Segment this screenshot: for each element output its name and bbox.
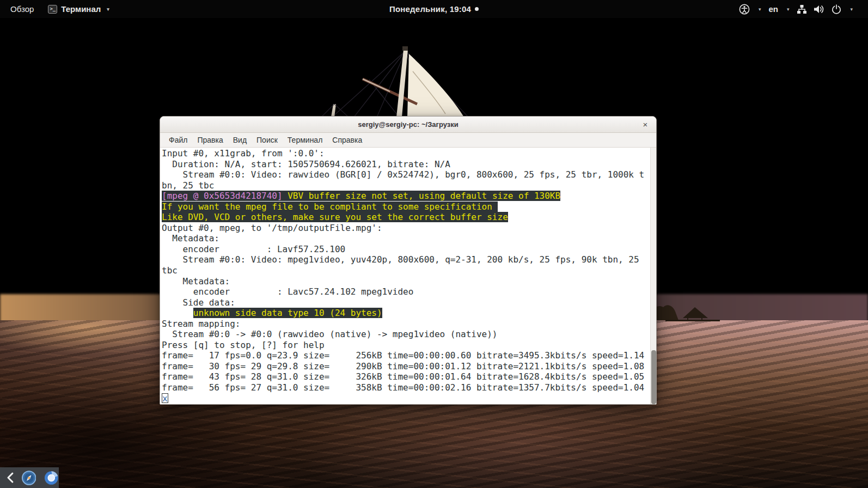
terminal-line: encoder : Lavc57.24.102 mpeg1video <box>162 286 656 297</box>
tray-collapse-chevron-icon[interactable] <box>7 472 14 483</box>
bottom-tray <box>0 467 59 488</box>
terminal-line: encoder : Lavf57.25.100 <box>162 244 656 255</box>
terminal-text-segment: Like DVD, VCD or others, make sure you s… <box>162 212 508 222</box>
terminal-text-segment: unknown side data type 10 (24 bytes) <box>193 308 382 318</box>
terminal-menubar: ФайлПравкаВидПоискТерминалСправка <box>160 133 656 148</box>
terminal-text-segment: Metadata: <box>162 233 219 243</box>
terminal-text-segment: frame= 56 fps= 27 q=31.0 size= 358kB tim… <box>162 382 644 393</box>
terminal-line: Output #0, mpeg, to '/tmp/outputFile.mpg… <box>162 223 656 234</box>
terminal-line: frame= 30 fps= 29 q=29.8 size= 290kB tim… <box>162 361 656 372</box>
chevron-down-icon: ▾ <box>850 7 853 12</box>
terminal-text-segment: Stream mapping: <box>162 319 241 329</box>
accessibility-icon <box>739 4 750 15</box>
terminal-cursor: x <box>162 393 168 403</box>
terminal-text-segment: bn, 25 tbc <box>162 180 214 191</box>
terminal-line: Metadata: <box>162 276 656 287</box>
terminal-text-segment: Stream #0:0: Video: mpeg1video, yuv420p,… <box>162 254 639 265</box>
menu-file[interactable]: Файл <box>164 134 192 146</box>
terminal-line: Press [q] to stop, [?] for help <box>162 340 656 351</box>
window-title: sergiy@sergiy-pc: ~/Загрузки <box>358 120 459 129</box>
activities-button[interactable]: Обзор <box>8 3 36 15</box>
terminal-line: Duration: N/A, start: 1505750694.626021,… <box>162 159 656 170</box>
terminal-line: Stream #0:0: Video: rawvideo (BGR[0] / 0… <box>162 169 656 180</box>
terminal-line: x <box>162 393 656 404</box>
terminal-text-segment: frame= 43 fps= 28 q=31.0 size= 326kB tim… <box>162 371 644 382</box>
terminal-line: [mpeg @ 0x5653d4218740] VBV buffer size … <box>162 191 656 202</box>
terminal-text-segment: Metadata: <box>162 276 230 286</box>
terminal-text-segment: If you want the mpeg file to be complian… <box>162 202 498 212</box>
tray-compass-app-icon[interactable] <box>22 471 36 485</box>
terminal-text-segment: tbc <box>162 265 178 276</box>
terminal-line: frame= 17 fps=0.0 q=23.9 size= 256kB tim… <box>162 350 656 361</box>
terminal-text-segment: Output #0, mpeg, to '/tmp/outputFile.mpg… <box>162 223 382 233</box>
chevron-down-icon: ▾ <box>759 7 761 12</box>
wired-network-icon <box>797 4 807 14</box>
chevron-down-icon: ▾ <box>787 7 790 12</box>
terminal-text-segment: frame= 17 fps=0.0 q=23.9 size= 256kB tim… <box>162 350 644 361</box>
menu-edit[interactable]: Правка <box>193 134 227 146</box>
terminal-line: Stream mapping: <box>162 319 656 330</box>
terminal-line: Stream #0:0 -> #0:0 (rawvideo (native) -… <box>162 329 656 340</box>
menu-search[interactable]: Поиск <box>252 134 282 146</box>
app-menu-terminal[interactable]: >_ Терминал ▾ <box>48 4 109 14</box>
terminal-app-icon: >_ <box>48 5 57 14</box>
gnome-top-bar: Обзор >_ Терминал ▾ Понедельник, 19:04 ▾ <box>0 0 868 18</box>
accessibility-menu[interactable]: ▾ <box>739 4 761 15</box>
system-status-menu[interactable]: ▾ <box>797 4 853 14</box>
scrollbar[interactable] <box>650 148 656 404</box>
wallpaper-island-silhouette <box>649 297 736 326</box>
terminal-text-segment: Duration: N/A, start: 1505750694.626021,… <box>162 159 450 169</box>
menu-terminal[interactable]: Терминал <box>283 134 327 146</box>
terminal-line: frame= 56 fps= 27 q=31.0 size= 358kB tim… <box>162 382 656 393</box>
chevron-down-icon: ▾ <box>107 7 109 12</box>
desktop: Обзор >_ Терминал ▾ Понедельник, 19:04 ▾ <box>0 0 868 488</box>
terminal-line: Input #0, x11grab, from ':0.0': <box>162 148 656 159</box>
menu-view[interactable]: Вид <box>229 134 251 146</box>
wallpaper-sailboat <box>320 18 527 117</box>
terminal-line: frame= 43 fps= 28 q=31.0 size= 326kB tim… <box>162 371 656 382</box>
terminal-text-segment: [mpeg @ 0x5653d4218740] <box>162 191 283 201</box>
terminal-line: tbc <box>162 265 656 276</box>
clock-button[interactable]: Понедельник, 19:04 <box>389 4 471 14</box>
terminal-line: Stream #0:0: Video: mpeg1video, yuv420p,… <box>162 254 656 265</box>
terminal-line: Side data: <box>162 297 656 308</box>
terminal-text-segment: Input #0, x11grab, from ':0.0': <box>162 148 325 158</box>
terminal-line: bn, 25 tbc <box>162 180 656 191</box>
terminal-text-segment <box>162 308 193 318</box>
terminal-text-segment: encoder : Lavf57.25.100 <box>162 244 345 254</box>
scrollbar-thumb[interactable] <box>651 350 656 404</box>
terminal-line: If you want the mpeg file to be complian… <box>162 202 656 212</box>
terminal-text-segment: encoder : Lavc57.24.102 mpeg1video <box>162 286 413 297</box>
terminal-text-segment: Press [q] to stop, [?] for help <box>162 340 325 350</box>
terminal-window: sergiy@sergiy-pc: ~/Загрузки × ФайлПравк… <box>160 116 657 405</box>
tray-browser-app-icon[interactable] <box>44 471 59 485</box>
terminal-text-segment: frame= 30 fps= 29 q=29.8 size= 290kB tim… <box>162 361 644 371</box>
terminal-line: Metadata: <box>162 233 656 244</box>
terminal-text-segment: Stream #0:0: Video: rawvideo (BGR[0] / 0… <box>162 169 644 180</box>
window-titlebar[interactable]: sergiy@sergiy-pc: ~/Загрузки × <box>160 117 656 133</box>
terminal-line: unknown side data type 10 (24 bytes) <box>162 308 656 319</box>
power-icon <box>832 4 841 14</box>
terminal-content[interactable]: Input #0, x11grab, from ':0.0': Duration… <box>160 148 656 404</box>
terminal-text-segment: Side data: <box>162 297 235 308</box>
terminal-line: Like DVD, VCD or others, make sure you s… <box>162 212 656 223</box>
close-button[interactable]: × <box>639 119 651 131</box>
keyboard-layout-menu[interactable]: en ▾ <box>768 4 789 14</box>
notification-dot-icon <box>475 7 479 11</box>
menu-help[interactable]: Справка <box>328 134 366 146</box>
terminal-text-segment: VBV buffer size not set, using default s… <box>283 191 561 201</box>
keyboard-layout-label: en <box>768 4 778 14</box>
app-menu-label: Терминал <box>61 4 101 14</box>
terminal-text-segment: Stream #0:0 -> #0:0 (rawvideo (native) -… <box>162 329 498 339</box>
volume-icon <box>814 4 825 14</box>
